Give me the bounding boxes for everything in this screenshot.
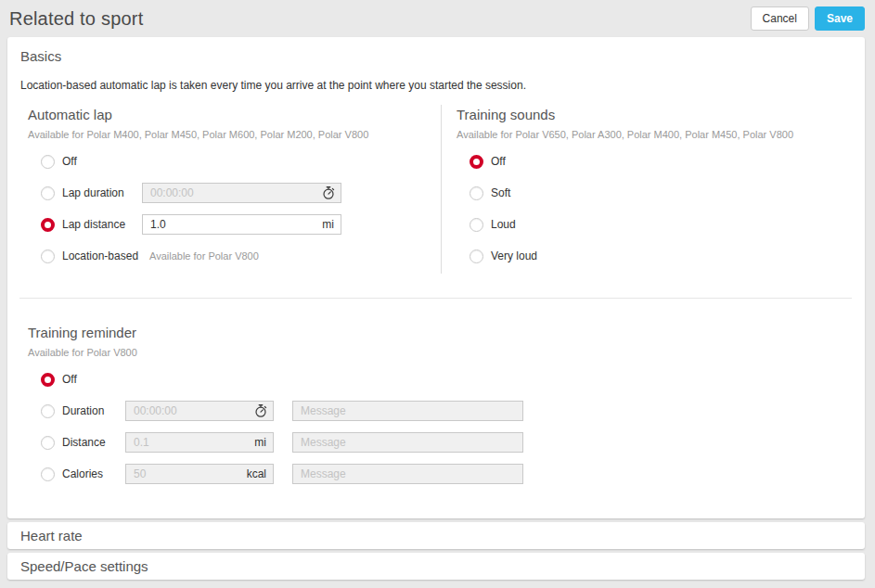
save-button[interactable]: Save	[815, 6, 865, 31]
radio-label: Off	[62, 373, 77, 386]
radio-label: Very loud	[491, 249, 537, 262]
radio-label: Loud	[491, 218, 516, 231]
training-reminder-availability: Available for Polar V800	[28, 347, 852, 358]
radio-label: Off	[62, 155, 77, 168]
speed-pace-accordion[interactable]: Speed/Pace settings	[7, 553, 865, 580]
location-based-note: Available for Polar V800	[149, 250, 259, 262]
lap-duration-input	[142, 183, 341, 203]
radio-label: Location-based	[62, 249, 142, 262]
radio-sounds-very-loud[interactable]	[470, 249, 483, 263]
training-reminder-options: Off Duration	[41, 364, 852, 490]
automatic-lap-availability: Available for Polar M400, Polar M450, Po…	[28, 129, 441, 140]
reminder-distance-unit: mi	[254, 436, 266, 449]
radio-label: Lap duration	[62, 186, 142, 199]
reminder-option-duration: Duration	[41, 395, 852, 427]
radio-reminder-calories[interactable]	[41, 467, 55, 481]
training-sounds-title: Training sounds	[457, 105, 852, 122]
radio-reminder-duration[interactable]	[41, 404, 55, 418]
automatic-lap-option-distance: Lap distance mi	[41, 209, 441, 240]
radio-sounds-loud[interactable]	[470, 218, 483, 232]
main-content: Basics Location-based automatic lap is t…	[0, 37, 875, 580]
basics-columns: Automatic lap Available for Polar M400, …	[20, 105, 852, 274]
training-sounds-option-loud: Loud	[470, 209, 852, 240]
training-sounds-option-soft: Soft	[470, 177, 852, 209]
radio-automatic-lap-off[interactable]	[41, 155, 55, 169]
reminder-calories-field: kcal	[125, 464, 274, 484]
training-reminder-title: Training reminder	[28, 323, 852, 340]
basics-description: Location-based automatic lap is taken ev…	[20, 79, 852, 92]
radio-reminder-off-selected[interactable]	[41, 373, 55, 387]
cancel-button[interactable]: Cancel	[751, 6, 809, 31]
header-actions: Cancel Save	[751, 6, 865, 31]
reminder-calories-unit: kcal	[247, 467, 266, 480]
radio-sounds-soft[interactable]	[470, 186, 483, 200]
stopwatch-icon	[321, 185, 336, 200]
reminder-duration-input	[125, 401, 274, 421]
reminder-distance-field: mi	[125, 432, 274, 453]
lap-duration-field	[142, 183, 341, 203]
reminder-duration-message-input	[292, 401, 523, 421]
basics-section: Basics Location-based automatic lap is t…	[7, 37, 865, 518]
heart-rate-title: Heart rate	[20, 528, 83, 543]
automatic-lap-group: Automatic lap Available for Polar M400, …	[20, 105, 441, 274]
automatic-lap-option-off: Off	[41, 146, 441, 177]
speed-pace-title: Speed/Pace settings	[20, 558, 148, 574]
radio-label: Off	[491, 155, 506, 168]
page-header: Related to sport Cancel Save	[0, 0, 875, 37]
radio-label: Distance	[62, 436, 125, 449]
lap-distance-input[interactable]	[142, 214, 341, 235]
radio-label: Calories	[62, 467, 125, 480]
section-divider	[19, 298, 852, 299]
lap-distance-field: mi	[142, 214, 341, 235]
basics-accordion-header[interactable]: Basics	[20, 48, 852, 64]
reminder-distance-message-input	[292, 432, 523, 453]
training-sounds-option-off: Off	[470, 146, 852, 177]
heart-rate-accordion[interactable]: Heart rate	[7, 522, 865, 549]
lap-distance-unit: mi	[322, 218, 334, 231]
reminder-distance-input	[125, 432, 274, 453]
stopwatch-icon	[253, 403, 268, 418]
radio-reminder-distance[interactable]	[41, 436, 55, 450]
radio-lap-distance-selected[interactable]	[41, 218, 55, 232]
automatic-lap-option-location: Location-based Available for Polar V800	[41, 240, 441, 272]
reminder-calories-message-input	[292, 464, 523, 484]
automatic-lap-option-duration: Lap duration	[41, 177, 441, 209]
training-sounds-group: Training sounds Available for Polar V650…	[441, 105, 852, 274]
radio-location-based[interactable]	[41, 249, 55, 263]
reminder-option-calories: Calories kcal	[41, 458, 852, 490]
training-sounds-options: Off Soft Loud Very loud	[470, 146, 852, 272]
radio-label: Duration	[62, 404, 125, 417]
reminder-option-off: Off	[41, 364, 852, 395]
training-sounds-option-very-loud: Very loud	[470, 240, 852, 272]
training-sounds-availability: Available for Polar V650, Polar A300, Po…	[457, 129, 852, 140]
reminder-duration-field	[125, 401, 274, 421]
automatic-lap-options: Off Lap duration	[41, 146, 441, 272]
radio-label: Lap distance	[62, 218, 142, 231]
radio-label: Soft	[491, 186, 510, 199]
reminder-calories-message-field	[292, 464, 523, 484]
training-reminder-group: Training reminder Available for Polar V8…	[20, 323, 852, 490]
radio-lap-duration[interactable]	[41, 186, 55, 200]
automatic-lap-title: Automatic lap	[28, 105, 441, 122]
reminder-option-distance: Distance mi	[41, 427, 852, 458]
reminder-duration-message-field	[292, 401, 523, 421]
radio-sounds-off-selected[interactable]	[470, 155, 483, 169]
reminder-distance-message-field	[292, 432, 523, 453]
page-title: Related to sport	[9, 8, 143, 30]
